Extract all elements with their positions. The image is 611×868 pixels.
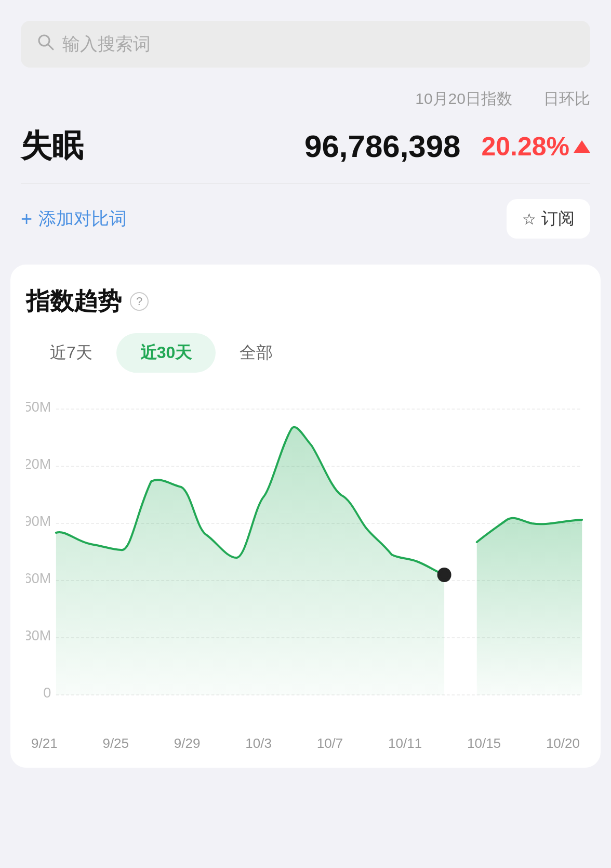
- help-icon[interactable]: ?: [130, 292, 149, 311]
- add-compare-label: 添加对比词: [38, 207, 127, 231]
- x-label-929: 9/29: [174, 735, 201, 752]
- metric-row: 失眠 96,786,398 20.28%: [0, 115, 611, 183]
- svg-text:150M: 150M: [26, 399, 51, 415]
- svg-text:120M: 120M: [26, 456, 51, 472]
- x-label-103: 10/3: [245, 735, 272, 752]
- subscribe-label: 订阅: [541, 207, 575, 230]
- help-label: ?: [136, 295, 142, 308]
- filter-7days[interactable]: 近7天: [26, 333, 116, 373]
- x-axis-labels: 9/21 9/25 9/29 10/3 10/7 10/11 10/15 10/…: [26, 730, 585, 752]
- search-placeholder: 输入搜索词: [62, 32, 151, 56]
- action-row: + 添加对比词 ☆ 订阅: [0, 183, 611, 254]
- x-label-1020: 10/20: [546, 735, 580, 752]
- x-label-1015: 10/15: [467, 735, 501, 752]
- filter-30days[interactable]: 近30天: [116, 333, 216, 373]
- x-label-921: 9/21: [31, 735, 58, 752]
- chart-container: 150M 120M 90M 60M 30M 0: [26, 393, 585, 747]
- chart-section: 指数趋势 ? 近7天 近30天 全部: [10, 265, 601, 768]
- star-icon: ☆: [522, 210, 536, 228]
- header-row: 10月20日指数 日环比: [0, 78, 611, 115]
- svg-point-14: [440, 571, 448, 579]
- add-compare-button[interactable]: + 添加对比词: [21, 207, 127, 231]
- filter-all[interactable]: 全部: [216, 333, 297, 373]
- date-label: 10月20日指数: [415, 88, 512, 110]
- change-label: 日环比: [543, 88, 590, 110]
- svg-text:60M: 60M: [26, 570, 51, 587]
- x-label-925: 9/25: [102, 735, 129, 752]
- svg-text:90M: 90M: [26, 513, 51, 530]
- metric-value: 96,786,398: [304, 128, 460, 164]
- time-filter: 近7天 近30天 全部: [26, 333, 585, 373]
- metric-change: 20.28%: [481, 131, 590, 162]
- chart-title: 指数趋势: [26, 285, 122, 318]
- change-percent: 20.28%: [481, 131, 569, 162]
- search-icon: [36, 33, 55, 56]
- svg-text:0: 0: [43, 685, 51, 701]
- page-wrapper: 输入搜索词 10月20日指数 日环比 失眠 96,786,398 20.28% …: [0, 0, 611, 768]
- svg-text:30M: 30M: [26, 627, 51, 644]
- up-arrow-icon: [574, 140, 590, 153]
- chart-title-row: 指数趋势 ?: [26, 285, 585, 318]
- plus-icon: +: [21, 208, 32, 230]
- subscribe-button[interactable]: ☆ 订阅: [507, 199, 590, 239]
- search-section: 输入搜索词: [0, 0, 611, 78]
- x-label-107: 10/7: [317, 735, 343, 752]
- chart-svg: 150M 120M 90M 60M 30M 0: [26, 393, 585, 726]
- keyword: 失眠: [21, 125, 304, 167]
- search-bar[interactable]: 输入搜索词: [21, 21, 590, 68]
- svg-line-1: [48, 45, 53, 49]
- x-label-1011: 10/11: [388, 735, 422, 752]
